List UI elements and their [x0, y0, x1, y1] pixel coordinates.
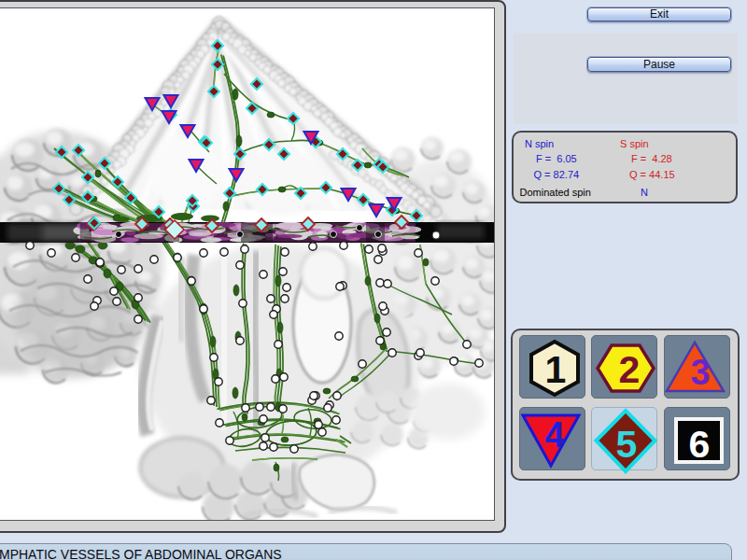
svg-text:5: 5 [616, 423, 638, 466]
svg-text:1: 1 [545, 348, 567, 391]
svg-text:3: 3 [690, 353, 710, 392]
svg-text:2: 2 [619, 348, 641, 391]
svg-text:4: 4 [544, 415, 564, 455]
svg-text:6: 6 [689, 423, 711, 466]
